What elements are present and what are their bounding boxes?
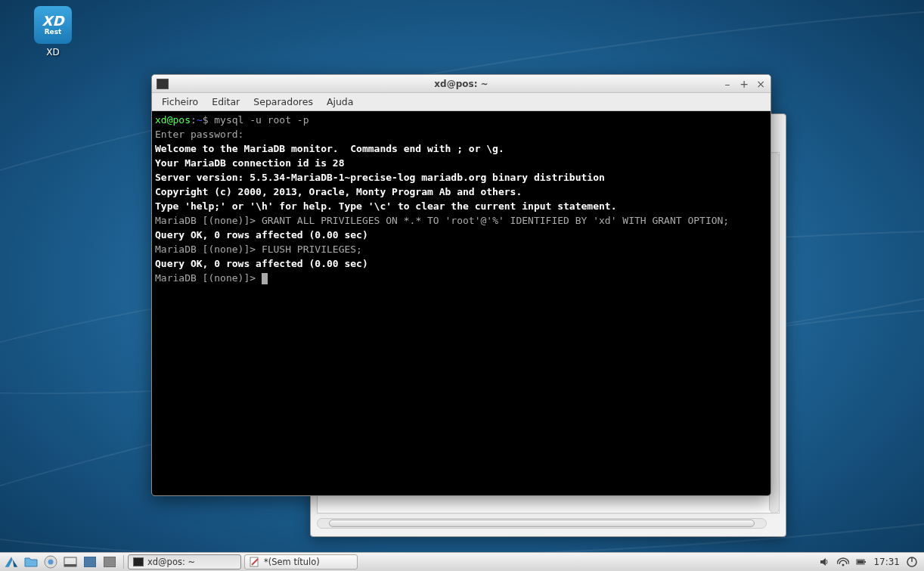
terminal-line: MariaDB [(none)]> bbox=[155, 271, 767, 285]
workspace-icon bbox=[84, 557, 96, 567]
terminal-line: MariaDB [(none)]> GRANT ALL PRIVILEGES O… bbox=[155, 213, 767, 228]
workspace-icon bbox=[104, 557, 116, 567]
file-manager-launcher[interactable] bbox=[22, 554, 40, 570]
terminal-window: xd@pos: ~ – + × Ficheiro Editar Separado… bbox=[151, 74, 771, 496]
bg-scrollbar-horizontal[interactable] bbox=[317, 518, 767, 529]
window-controls: – + × bbox=[722, 78, 766, 90]
lubuntu-menu-icon bbox=[3, 554, 20, 569]
minimize-button[interactable]: – bbox=[722, 78, 733, 90]
clock[interactable]: 17:31 bbox=[873, 557, 900, 567]
taskbar-task-terminal[interactable]: xd@pos: ~ bbox=[128, 554, 241, 569]
close-button[interactable]: × bbox=[755, 78, 766, 90]
terminal-line: Your MariaDB connection id is 28 bbox=[155, 156, 767, 170]
taskbar-task-editor[interactable]: *(Sem título) bbox=[244, 554, 358, 569]
terminal-line: Type 'help;' or '\h' for help. Type '\c'… bbox=[155, 199, 767, 213]
terminal-titlebar[interactable]: xd@pos: ~ – + × bbox=[152, 75, 771, 93]
svg-rect-5 bbox=[104, 557, 116, 567]
terminal-title: xd@pos: ~ bbox=[152, 79, 771, 89]
xd-rest-icon: XD Rest bbox=[34, 6, 72, 44]
terminal-line: xd@pos:~$ mysql -u root -p bbox=[155, 113, 767, 127]
volume-icon[interactable] bbox=[819, 556, 831, 568]
task-label: *(Sem título) bbox=[264, 557, 320, 567]
browser-launcher[interactable] bbox=[42, 554, 60, 570]
terminal-line: Enter password: bbox=[155, 127, 767, 141]
svg-rect-9 bbox=[864, 561, 866, 563]
battery-icon[interactable] bbox=[855, 556, 867, 568]
svg-point-1 bbox=[48, 560, 54, 565]
workspace-button-2[interactable] bbox=[101, 554, 119, 570]
icon-logo-subtext: Rest bbox=[45, 28, 62, 36]
launcher-area bbox=[0, 553, 121, 571]
maximize-button[interactable]: + bbox=[739, 78, 749, 90]
menu-tabs[interactable]: Separadores bbox=[247, 95, 320, 109]
minimize-all-button[interactable] bbox=[61, 554, 79, 570]
terminal-body[interactable]: xd@pos:~$ mysql -u root -pEnter password… bbox=[152, 111, 771, 495]
terminal-cursor bbox=[262, 273, 268, 284]
terminal-line: Copyright (c) 2000, 2013, Oracle, Monty … bbox=[155, 185, 767, 199]
task-label: xd@pos: ~ bbox=[147, 557, 195, 567]
icon-logo-text: XD bbox=[42, 14, 64, 28]
svg-rect-3 bbox=[64, 564, 76, 566]
terminal-line: MariaDB [(none)]> FLUSH PRIVILEGES; bbox=[155, 242, 767, 256]
terminal-line: Query OK, 0 rows affected (0.00 sec) bbox=[155, 256, 767, 271]
terminal-menubar: Ficheiro Editar Separadores Ajuda bbox=[152, 93, 771, 111]
taskbar-divider bbox=[123, 555, 124, 569]
system-tray: 17:31 bbox=[813, 553, 924, 571]
terminal-line: Server version: 5.5.34-MariaDB-1~precise… bbox=[155, 170, 767, 185]
terminal-line: Query OK, 0 rows affected (0.00 sec) bbox=[155, 228, 767, 242]
workspace-button-1[interactable] bbox=[81, 554, 99, 570]
application-menu-button[interactable] bbox=[2, 554, 20, 570]
terminal-icon bbox=[157, 79, 169, 89]
svg-point-7 bbox=[842, 564, 845, 566]
folder-icon bbox=[24, 556, 38, 568]
logout-icon[interactable] bbox=[906, 556, 918, 568]
terminal-line: Welcome to the MariaDB monitor. Commands… bbox=[155, 141, 767, 156]
desktop-icon-label: XD bbox=[26, 47, 79, 57]
chromium-icon bbox=[44, 555, 57, 569]
menu-help[interactable]: Ajuda bbox=[320, 95, 361, 109]
desktop-icon-xd[interactable]: XD Rest XD bbox=[26, 6, 79, 57]
show-desktop-icon bbox=[64, 557, 77, 567]
taskbar: xd@pos: ~ *(Sem título) 17:31 bbox=[0, 552, 924, 571]
network-icon[interactable] bbox=[837, 556, 849, 568]
bg-scrollthumb-horizontal[interactable] bbox=[329, 520, 755, 527]
menu-file[interactable]: Ficheiro bbox=[155, 95, 205, 109]
text-editor-icon bbox=[250, 557, 260, 567]
svg-rect-4 bbox=[84, 557, 96, 567]
terminal-icon bbox=[133, 557, 144, 566]
menu-edit[interactable]: Editar bbox=[205, 95, 247, 109]
svg-rect-10 bbox=[857, 560, 864, 563]
